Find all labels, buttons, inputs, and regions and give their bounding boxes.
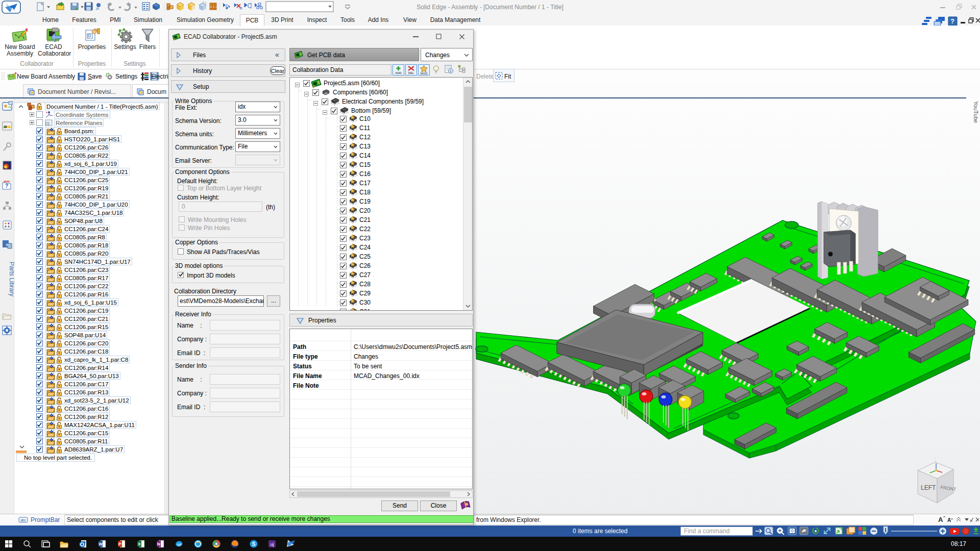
svg-text:?: ?	[950, 17, 954, 25]
svg-text:W: W	[99, 542, 103, 546]
svg-text:DEL: DEL	[408, 71, 414, 74]
svg-text:i: i	[450, 69, 451, 73]
svg-text:ADD: ADD	[395, 71, 402, 74]
svg-text:P: P	[118, 542, 121, 546]
svg-text:LEFT: LEFT	[921, 484, 936, 491]
svg-text:uj: uj	[270, 542, 274, 547]
svg-text:S: S	[252, 541, 256, 547]
svg-text:X: X	[138, 542, 141, 546]
svg-text:A: A	[947, 517, 951, 523]
svg-text:Parts Library: Parts Library	[8, 262, 14, 296]
svg-text:MOD: MOD	[421, 72, 428, 75]
svg-text:A: A	[938, 516, 943, 523]
svg-text:N: N	[157, 542, 160, 546]
svg-text:abc: abc	[20, 518, 26, 522]
svg-text:?: ?	[5, 183, 8, 189]
